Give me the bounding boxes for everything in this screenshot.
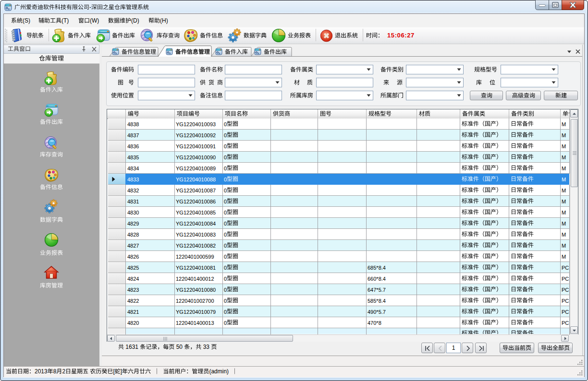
svg-text:-: - xyxy=(89,4,91,11)
svg-text:]: ] xyxy=(121,368,122,375)
svg-text:1631: 1631 xyxy=(125,344,138,350)
svg-text:8: 8 xyxy=(53,368,57,375)
svg-text:50: 50 xyxy=(176,344,183,350)
svg-text:[: [ xyxy=(113,368,115,375)
svg-text:33: 33 xyxy=(203,344,210,350)
svg-text:2: 2 xyxy=(62,368,65,375)
svg-text:(admin): (admin) xyxy=(209,368,229,375)
svg-text:2013: 2013 xyxy=(35,368,48,375)
